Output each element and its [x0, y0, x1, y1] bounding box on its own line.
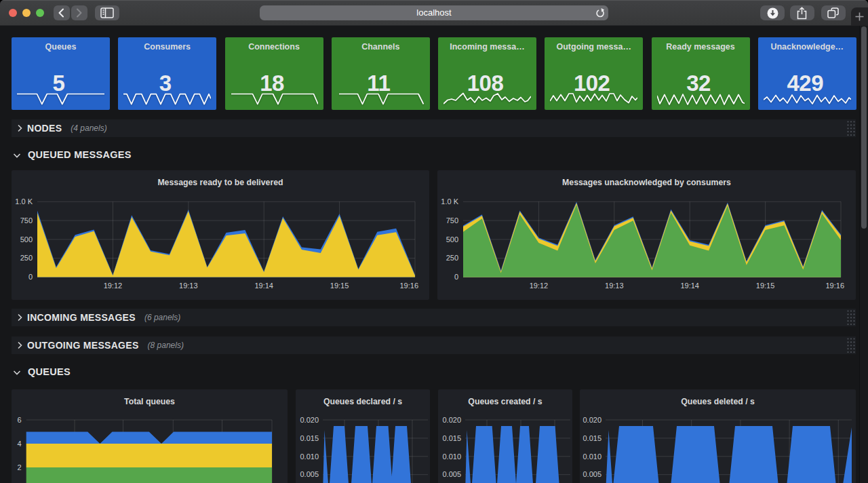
- svg-text:0.005: 0.005: [583, 470, 601, 478]
- svg-text:19:16: 19:16: [399, 282, 418, 290]
- svg-text:0.015: 0.015: [442, 434, 461, 442]
- svg-text:4: 4: [18, 440, 22, 448]
- svg-text:19:13: 19:13: [179, 282, 198, 290]
- svg-text:2: 2: [18, 463, 22, 471]
- svg-text:0.005: 0.005: [442, 470, 461, 478]
- svg-text:0.010: 0.010: [442, 452, 461, 461]
- svg-text:0.010: 0.010: [300, 452, 319, 461]
- svg-text:0: 0: [28, 273, 33, 281]
- svg-text:0: 0: [454, 273, 458, 281]
- svg-text:0.010: 0.010: [583, 452, 601, 461]
- svg-text:19:15: 19:15: [330, 282, 349, 290]
- svg-text:500: 500: [20, 235, 33, 244]
- svg-text:0.020: 0.020: [442, 416, 461, 424]
- svg-text:0.015: 0.015: [300, 434, 319, 442]
- svg-text:0.015: 0.015: [583, 434, 601, 442]
- svg-text:0.005: 0.005: [300, 470, 319, 478]
- svg-text:0.020: 0.020: [300, 416, 319, 424]
- svg-text:250: 250: [446, 254, 458, 262]
- svg-text:19:12: 19:12: [530, 282, 549, 290]
- svg-text:0.020: 0.020: [583, 416, 601, 424]
- svg-text:19:16: 19:16: [825, 282, 844, 290]
- svg-text:6: 6: [18, 416, 22, 424]
- svg-text:750: 750: [20, 216, 33, 225]
- svg-text:19:14: 19:14: [680, 282, 699, 290]
- svg-text:250: 250: [20, 254, 33, 262]
- svg-text:750: 750: [446, 216, 458, 225]
- svg-text:1.0 K: 1.0 K: [441, 197, 458, 206]
- svg-text:19:12: 19:12: [104, 282, 123, 290]
- svg-text:19:14: 19:14: [254, 282, 273, 290]
- svg-text:19:15: 19:15: [756, 282, 775, 290]
- svg-text:1.0 K: 1.0 K: [15, 197, 33, 206]
- svg-text:500: 500: [446, 235, 458, 244]
- svg-text:19:13: 19:13: [605, 282, 624, 290]
